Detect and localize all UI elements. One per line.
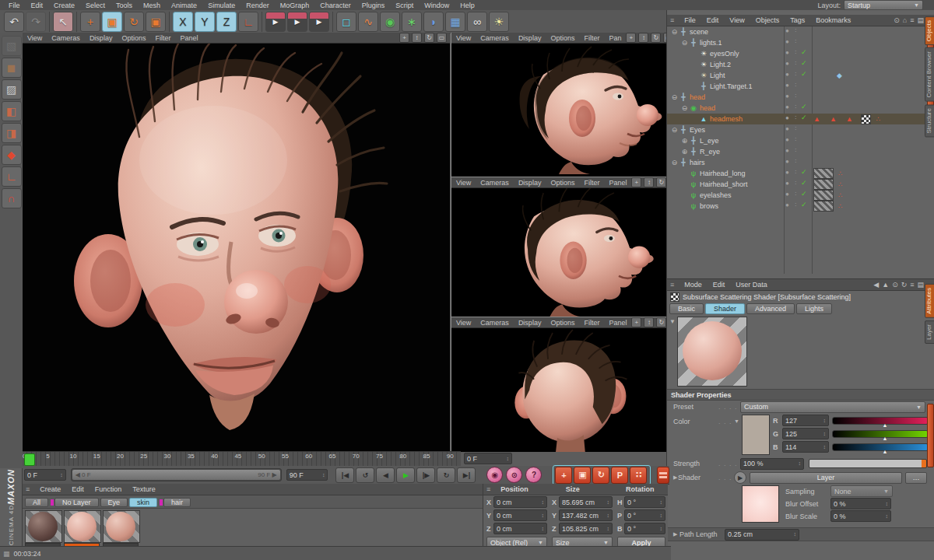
visibility-dot[interactable]: ● <box>785 169 789 176</box>
expander-icon[interactable]: ⊖ <box>670 126 679 134</box>
visibility-toggles[interactable]: ∶ <box>795 136 796 143</box>
viewport-menu-panel[interactable]: Panel <box>604 179 631 187</box>
slider-handle-icon[interactable]: ▲ <box>882 450 887 454</box>
viewport-menu-panel[interactable]: Panel <box>175 34 202 42</box>
tab-basic[interactable]: Basic <box>669 303 704 314</box>
undo-button[interactable]: ↶ <box>4 12 24 32</box>
search-icon[interactable]: ⊙ <box>894 16 900 24</box>
panel-menu-icon[interactable]: ≡ <box>483 485 493 493</box>
target-tag[interactable]: ◆ <box>837 72 842 79</box>
coord-field-position-y[interactable]: 0 cm↕ <box>493 509 547 521</box>
strength-field[interactable]: 100 %↕ <box>740 458 804 470</box>
dot-tag[interactable]: ∴ <box>876 115 881 123</box>
enabled-check-icon[interactable]: ✓ <box>801 114 807 121</box>
snap-mode-button[interactable]: ∩ <box>2 188 22 208</box>
stepper-icon[interactable]: ↕ <box>607 527 610 531</box>
z-axis-lock[interactable]: Z <box>216 12 237 32</box>
enabled-check-icon[interactable]: ✓ <box>801 103 807 110</box>
search-icon[interactable]: ⊙ <box>892 281 898 289</box>
record-keyframe-button[interactable]: ◉ <box>486 467 503 483</box>
menu-tools[interactable]: Tools <box>111 1 138 10</box>
visibility-dot[interactable]: ● <box>785 136 789 143</box>
selection-tag[interactable]: ▲ <box>846 115 853 123</box>
visibility-toggles[interactable]: ∶ <box>795 114 796 121</box>
panel-icon[interactable]: ▤ <box>917 281 924 289</box>
record-rotation-button[interactable]: ↻ <box>592 467 609 484</box>
scrollbar-left-arrow-icon[interactable]: ◀ <box>75 471 80 478</box>
visibility-dot[interactable]: ● <box>785 147 789 154</box>
strength-slider[interactable] <box>809 459 927 468</box>
visibility-dot[interactable]: ● <box>785 103 789 110</box>
viewport-menu-view[interactable]: View <box>23 34 47 42</box>
lock-icon[interactable]: ≡ <box>910 16 914 24</box>
coord-field-rotation-p[interactable]: 0 °↕ <box>624 509 665 521</box>
live-selection-tool[interactable]: ↖ <box>53 12 73 32</box>
hatch-tag[interactable] <box>813 190 834 201</box>
tree-item-light-2[interactable]: ☀Light.2●∶✓ <box>667 59 934 70</box>
timeline-ruler[interactable]: 051015202530354045505560657075808590 <box>23 451 461 467</box>
side-viewport-3[interactable]: ViewCamerasDisplayOptionsFilterPanel+↕↻▭ <box>451 317 667 452</box>
panel-icon[interactable]: ▤ <box>917 16 924 24</box>
tab-shader[interactable]: Shader <box>705 303 745 314</box>
rotate-view-icon[interactable]: ↻ <box>424 33 434 43</box>
visibility-toggles[interactable]: ∶ <box>795 169 796 176</box>
visibility-toggles[interactable]: ∶ <box>795 38 796 45</box>
material-menu-create[interactable]: Create <box>34 485 66 494</box>
add-deformer-menu[interactable]: ∗ <box>402 12 422 32</box>
edge-mode-button[interactable]: ◨ <box>2 123 22 143</box>
x-axis-lock[interactable]: X <box>173 12 193 32</box>
zoom-view-icon[interactable]: ↕ <box>412 33 422 43</box>
viewport-menu-display[interactable]: Display <box>514 179 546 187</box>
color-swatch[interactable] <box>742 415 770 455</box>
side-tab-layer[interactable]: Layer <box>925 320 934 344</box>
visibility-toggles[interactable]: ∶ <box>795 158 796 165</box>
visibility-toggles[interactable]: ∶ <box>795 93 796 100</box>
enabled-check-icon[interactable]: ✓ <box>801 168 807 176</box>
visibility-dot[interactable]: ● <box>785 93 789 100</box>
visibility-dot[interactable]: ● <box>785 158 789 165</box>
enabled-check-icon[interactable]: ✓ <box>801 179 807 187</box>
record-position-button[interactable]: + <box>555 467 572 484</box>
coord-field-rotation-h[interactable]: 0 °↕ <box>624 496 665 508</box>
blur-scale-field[interactable]: 0 %↕ <box>830 510 891 522</box>
visibility-toggles[interactable]: ∶ <box>795 49 796 56</box>
previous-frame-button[interactable]: ◀ <box>376 467 395 483</box>
render-settings-button[interactable]: ▶ <box>309 12 329 32</box>
side-viewport-2[interactable]: ViewCamerasDisplayOptionsFilterPanel+↕↻▭ <box>451 177 667 317</box>
viewport-menu-pan[interactable]: Pan <box>604 34 626 42</box>
main-viewport[interactable]: ViewCamerasDisplayOptionsFilterPanel+↕↻▭ <box>23 33 450 451</box>
toggle-view-icon[interactable]: ▭ <box>437 33 447 43</box>
zoom-view-icon[interactable]: ↕ <box>638 33 648 43</box>
menu-script[interactable]: Script <box>390 1 419 10</box>
back-arrow-icon[interactable]: ◀ <box>873 281 879 289</box>
uvw-tag[interactable] <box>861 114 871 124</box>
side-viewport-1[interactable]: ViewCamerasDisplayOptionsFilterPan+↕↻▭ <box>451 33 667 177</box>
stepper-icon[interactable]: ↕ <box>886 502 889 506</box>
coord-field-position-x[interactable]: 0 cm↕ <box>493 496 547 508</box>
sampling-dropdown[interactable]: None▼ <box>830 485 893 497</box>
menu-window[interactable]: Window <box>419 1 455 10</box>
shader-arrow-button[interactable]: ▶ <box>734 471 746 484</box>
selection-tag[interactable]: ▲ <box>813 115 820 123</box>
stepper-icon[interactable]: ↕ <box>660 500 663 505</box>
hatch-tag[interactable] <box>813 168 834 179</box>
selection-tag[interactable]: ▲ <box>830 115 837 123</box>
render-picture-viewer-button[interactable]: ▶ <box>287 12 307 32</box>
viewport-menu-filter[interactable]: Filter <box>579 179 604 187</box>
material-menu-function[interactable]: Function <box>90 485 128 494</box>
object-manager-menu-file[interactable]: File <box>679 16 701 25</box>
record-pla-button[interactable]: ∷ <box>630 467 647 484</box>
menu-file[interactable]: File <box>3 1 26 10</box>
side-tab-content-browser[interactable]: Content Browser <box>925 47 934 102</box>
autokeying-button[interactable]: ⊙ <box>506 467 522 483</box>
attribute-manager-scrollbar[interactable] <box>927 404 934 467</box>
tab-advanced[interactable]: Advanced <box>746 303 795 314</box>
layout-dropdown[interactable]: Startup▼ <box>844 0 923 10</box>
slider-handle-icon[interactable]: ▲ <box>882 423 887 428</box>
visibility-dot[interactable]: ● <box>785 180 789 187</box>
viewport-menu-cameras[interactable]: Cameras <box>476 319 514 327</box>
add-primitive-menu[interactable]: ◻ <box>336 12 356 32</box>
autokeying-indicator[interactable] <box>657 467 669 484</box>
menu-plugins[interactable]: Plugins <box>356 1 391 10</box>
render-view-button[interactable]: ▶ <box>265 12 286 32</box>
